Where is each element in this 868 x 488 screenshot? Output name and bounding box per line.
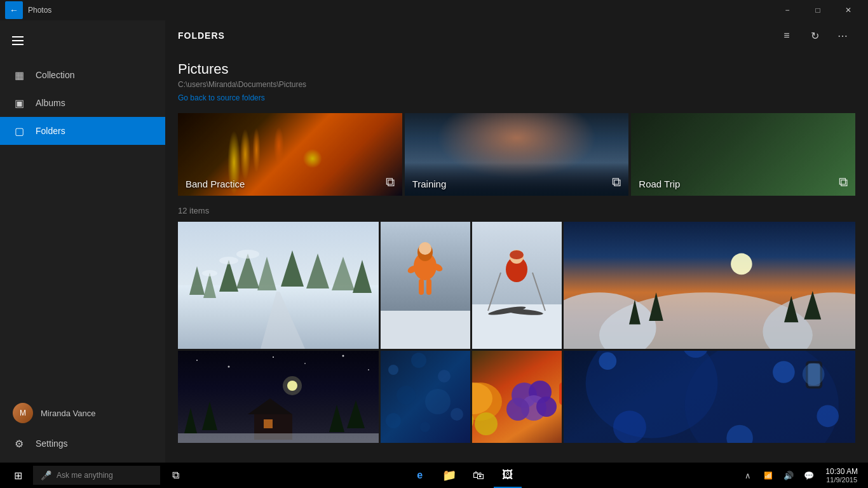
- sidebar-item-albums[interactable]: ▣ Albums: [0, 89, 165, 117]
- sidebar-item-folders[interactable]: ▢ Folders: [0, 117, 165, 145]
- folder-overlay: Band Practice ⧉: [178, 113, 402, 196]
- photo-sunset-snow[interactable]: [564, 222, 855, 349]
- more-button[interactable]: ⋯: [830, 23, 855, 48]
- svg-point-66: [420, 422, 430, 432]
- hamburger-icon: [12, 36, 24, 45]
- taskbar-tray: ∧ 📶 🔊 💬 10:30 AM 11/9/2015: [739, 463, 863, 488]
- collection-icon: ▦: [13, 69, 25, 81]
- title-bar: ← Photos − □ ✕: [0, 0, 868, 20]
- svg-rect-21: [419, 279, 424, 295]
- sidebar-item-albums-label: Albums: [36, 98, 65, 108]
- svg-rect-22: [426, 279, 431, 295]
- items-count: 12 items: [178, 206, 855, 215]
- svg-rect-75: [559, 383, 562, 405]
- photo-blue-water[interactable]: [381, 351, 470, 443]
- photo-snow-wide[interactable]: [178, 222, 379, 349]
- photo-child-orange[interactable]: [381, 222, 470, 349]
- hamburger-button[interactable]: [5, 28, 31, 53]
- taskbar-left: ⊞ 🎤 Ask me anything ⧉: [5, 463, 188, 488]
- sidebar-item-collection-label: Collection: [36, 70, 74, 80]
- svg-point-90: [803, 363, 825, 386]
- taskbar-app-photos[interactable]: 🖼: [494, 463, 522, 488]
- svg-point-11: [202, 270, 217, 276]
- folder-grid: Band Practice ⧉ Training ⧉ Road Trip ⧉: [178, 113, 855, 196]
- svg-point-82: [599, 352, 616, 370]
- start-button[interactable]: ⊞: [5, 463, 31, 488]
- source-folders-link[interactable]: Go back to source folders: [178, 93, 265, 102]
- folder-overlay: Road Trip ⧉: [631, 113, 855, 196]
- svg-point-85: [613, 410, 646, 443]
- avatar-initials: M: [20, 409, 26, 417]
- start-icon: ⊞: [14, 470, 22, 482]
- sidebar-item-collection[interactable]: ▦ Collection: [0, 61, 165, 89]
- svg-point-64: [386, 413, 401, 428]
- toolbar-title: FOLDERS: [178, 30, 225, 41]
- refresh-button[interactable]: ↻: [802, 23, 827, 48]
- folder-tile-band-practice[interactable]: Band Practice ⧉: [178, 113, 402, 196]
- main-content: FOLDERS ≡ ↻ ⋯ Pictures C:\users\Miranda\…: [165, 20, 868, 463]
- photo-grid: [178, 222, 855, 443]
- filter-button[interactable]: ≡: [774, 23, 799, 48]
- task-view-button[interactable]: ⧉: [163, 463, 188, 488]
- svg-point-46: [342, 355, 344, 357]
- back-button[interactable]: ←: [5, 1, 23, 19]
- svg-rect-15: [381, 311, 470, 349]
- user-name: Miranda Vance: [41, 409, 95, 418]
- folder-overlay: Training ⧉: [405, 113, 629, 196]
- tray-notification[interactable]: 💬: [800, 466, 818, 485]
- svg-point-33: [731, 254, 752, 275]
- refresh-icon: ↻: [811, 30, 819, 42]
- search-bar[interactable]: 🎤 Ask me anything: [33, 466, 160, 485]
- svg-point-27: [510, 250, 524, 259]
- taskbar-app-explorer[interactable]: 📁: [435, 463, 463, 488]
- toolbar-actions: ≡ ↻ ⋯: [774, 23, 855, 48]
- filter-icon: ≡: [783, 30, 789, 41]
- taskbar-app-edge[interactable]: e: [406, 463, 434, 488]
- svg-point-59: [388, 365, 398, 375]
- minimize-button[interactable]: −: [773, 0, 802, 20]
- sidebar: ▦ Collection ▣ Albums ▢ Folders M Mirand…: [0, 20, 165, 463]
- svg-rect-56: [264, 419, 273, 428]
- svg-point-42: [196, 360, 198, 361]
- clock[interactable]: 10:30 AM 11/9/2015: [820, 463, 863, 488]
- back-icon: ←: [10, 5, 18, 15]
- close-button[interactable]: ✕: [834, 0, 863, 20]
- tray-volume[interactable]: 🔊: [780, 466, 797, 485]
- photo-blue-aqua[interactable]: [564, 351, 855, 443]
- svg-point-18: [419, 242, 431, 255]
- user-profile[interactable]: M Miranda Vance: [0, 396, 165, 430]
- settings-item[interactable]: ⚙ Settings: [0, 430, 165, 458]
- window-controls: − □ ✕: [773, 0, 863, 20]
- maximize-button[interactable]: □: [803, 0, 832, 20]
- svg-point-49: [283, 376, 302, 395]
- folder-tile-road-trip[interactable]: Road Trip ⧉: [631, 113, 855, 196]
- svg-point-74: [536, 396, 557, 417]
- taskbar-app-store[interactable]: 🛍: [465, 463, 492, 488]
- folder-file-icon: ⧉: [839, 175, 848, 189]
- svg-point-65: [451, 408, 463, 421]
- svg-point-12: [219, 257, 238, 264]
- more-icon: ⋯: [837, 30, 848, 42]
- photo-child-ski[interactable]: [472, 222, 562, 349]
- taskbar: ⊞ 🎤 Ask me anything ⧉ e 📁 🛍 🖼 ∧ 📶 🔊 💬 10…: [0, 463, 868, 488]
- tray-chevron[interactable]: ∧: [739, 466, 757, 485]
- task-view-icon: ⧉: [172, 470, 179, 481]
- folders-icon: ▢: [13, 125, 25, 137]
- tray-network[interactable]: 📶: [759, 466, 777, 485]
- photo-fruit[interactable]: [472, 351, 562, 443]
- svg-point-63: [425, 389, 451, 414]
- svg-point-44: [273, 356, 274, 358]
- svg-point-62: [397, 386, 416, 405]
- svg-point-43: [228, 366, 230, 368]
- photo-night-cabin[interactable]: [178, 351, 379, 443]
- svg-point-73: [506, 398, 529, 421]
- svg-point-13: [236, 250, 259, 259]
- clock-date: 11/9/2015: [826, 476, 857, 484]
- svg-point-45: [304, 363, 306, 364]
- pictures-path: C:\users\Miranda\Documents\Pictures: [178, 80, 855, 89]
- avatar: M: [13, 403, 33, 423]
- folder-tile-training[interactable]: Training ⧉: [405, 113, 629, 196]
- sidebar-bottom: M Miranda Vance ⚙ Settings: [0, 396, 165, 463]
- pictures-section: Pictures C:\users\Miranda\Documents\Pict…: [165, 51, 868, 453]
- svg-rect-57: [178, 433, 379, 443]
